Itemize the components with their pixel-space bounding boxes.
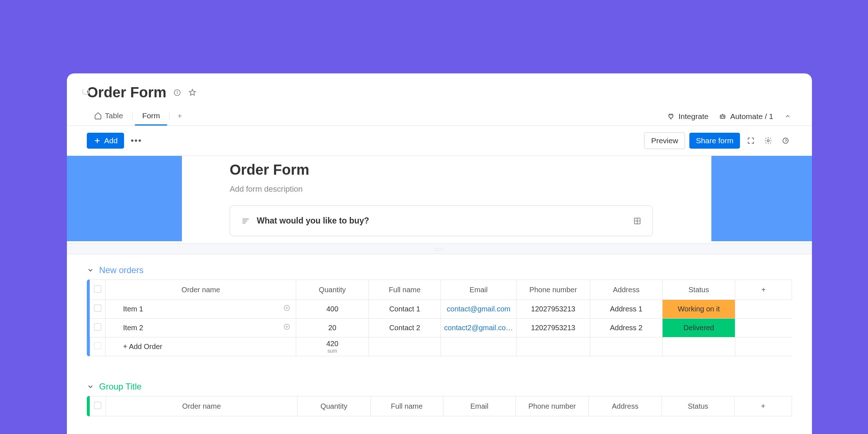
cell-empty — [735, 319, 792, 337]
col-address[interactable]: Address — [590, 280, 662, 300]
cell-quantity[interactable]: 400 — [296, 300, 369, 319]
cell-empty — [735, 300, 792, 319]
add-order-button[interactable]: + Add Order — [106, 337, 296, 356]
group-title[interactable]: New orders — [99, 265, 144, 275]
tab-divider — [132, 112, 133, 120]
cell-full-name[interactable]: Contact 2 — [369, 319, 441, 337]
robot-icon — [719, 112, 727, 120]
table-header-row: Order name Quantity Full name Email Phon… — [90, 280, 792, 300]
cell-phone[interactable]: 12027953213 — [516, 300, 590, 319]
col-phone[interactable]: Phone number — [516, 396, 589, 416]
grid-icon[interactable] — [633, 217, 642, 225]
board-header: Order Form — [67, 73, 812, 101]
text-icon — [241, 216, 250, 226]
refresh-icon[interactable] — [779, 134, 792, 147]
table-row[interactable]: Item 2 20 Contact 2 contact2@gmail.co… 1… — [90, 319, 792, 337]
cell-status[interactable]: Working on it — [663, 300, 735, 319]
col-full-name[interactable]: Full name — [369, 280, 441, 300]
col-phone[interactable]: Phone number — [516, 280, 590, 300]
col-address[interactable]: Address — [588, 396, 661, 416]
expand-icon[interactable] — [744, 134, 757, 147]
row-checkbox[interactable] — [90, 337, 106, 356]
loading-spinner — [82, 88, 89, 95]
select-all-checkbox[interactable] — [90, 396, 106, 416]
tab-form[interactable]: Form — [135, 107, 167, 125]
chat-icon[interactable] — [283, 323, 291, 333]
form-question[interactable]: What would you like to buy? — [230, 205, 653, 236]
group-title[interactable]: Group Title — [99, 382, 141, 392]
sum-cell: 420 sum — [296, 337, 369, 356]
col-status[interactable]: Status — [661, 396, 734, 416]
svg-point-2 — [177, 91, 178, 91]
cell-full-name[interactable]: Contact 1 — [369, 300, 441, 319]
plug-icon — [667, 112, 675, 120]
cell-name[interactable]: Item 1 — [106, 300, 296, 319]
view-tabs: Table Form + Integrate Automate / 1 — [67, 107, 812, 126]
col-quantity[interactable]: Quantity — [297, 396, 370, 416]
orders-table: Order name Quantity Full name Email Phon… — [90, 280, 792, 356]
app-window: Order Form Table Form + Integrate Automa… — [67, 73, 812, 434]
row-checkbox[interactable] — [90, 300, 106, 319]
table-row[interactable]: Item 1 400 Contact 1 contact@gmail.com 1… — [90, 300, 792, 319]
col-quantity[interactable]: Quantity — [296, 280, 369, 300]
form-banner-left — [67, 156, 182, 241]
more-options-button[interactable]: ••• — [131, 136, 142, 146]
table-header-row: Order name Quantity Full name Email Phon… — [90, 396, 792, 416]
group-color-bar — [87, 396, 90, 416]
add-column-button[interactable]: + — [735, 396, 792, 416]
tab-table[interactable]: Table — [87, 107, 130, 125]
col-full-name[interactable]: Full name — [370, 396, 443, 416]
tab-divider — [169, 112, 170, 120]
svg-point-4 — [721, 116, 722, 117]
col-email[interactable]: Email — [441, 280, 516, 300]
group-color-bar — [87, 280, 90, 356]
cell-email[interactable]: contact@gmail.com — [441, 300, 516, 319]
add-button[interactable]: Add — [87, 133, 124, 149]
integrate-button[interactable]: Integrate — [667, 112, 709, 121]
form-banner-right — [711, 156, 812, 241]
plus-icon — [93, 137, 101, 145]
form-description[interactable]: Add form description — [230, 184, 653, 194]
col-status[interactable]: Status — [663, 280, 735, 300]
chevron-down-icon[interactable] — [87, 383, 94, 390]
form-builder-area: Order Form Add form description What wou… — [67, 156, 812, 243]
home-icon — [94, 112, 102, 120]
gear-icon[interactable] — [762, 134, 775, 147]
group-table: Order name Quantity Full name Email Phon… — [90, 396, 792, 416]
add-column-button[interactable]: + — [735, 280, 792, 300]
toolbar: Add ••• Preview Share form — [67, 126, 812, 156]
collapse-icon[interactable] — [783, 112, 792, 121]
col-order-name[interactable]: Order name — [106, 280, 296, 300]
group-title-section: Group Title Order name Quantity Full nam… — [67, 371, 812, 416]
board-title[interactable]: Order Form — [87, 84, 166, 101]
row-checkbox[interactable] — [90, 319, 106, 337]
add-row: + Add Order 420 sum — [90, 337, 792, 356]
svg-point-9 — [767, 140, 769, 142]
add-view-button[interactable]: + — [172, 108, 188, 125]
share-form-button[interactable]: Share form — [689, 133, 740, 149]
cell-address[interactable]: Address 1 — [590, 300, 662, 319]
svg-point-5 — [723, 116, 724, 117]
svg-rect-3 — [720, 115, 725, 118]
form-title[interactable]: Order Form — [230, 162, 653, 178]
cell-name[interactable]: Item 2 — [106, 319, 296, 337]
info-icon[interactable] — [173, 88, 182, 97]
group-new-orders: New orders Order name Quantity Full name… — [67, 254, 812, 356]
col-email[interactable]: Email — [443, 396, 516, 416]
star-icon[interactable] — [188, 88, 197, 97]
cell-status[interactable]: Delivered — [663, 319, 735, 337]
cell-quantity[interactable]: 20 — [296, 319, 369, 337]
cell-email[interactable]: contact2@gmail.co… — [441, 319, 516, 337]
cell-phone[interactable]: 12027953213 — [516, 319, 590, 337]
resize-handle[interactable]: :::: — [67, 243, 812, 254]
automate-button[interactable]: Automate / 1 — [719, 112, 773, 121]
preview-button[interactable]: Preview — [644, 132, 685, 149]
chat-icon[interactable] — [283, 304, 291, 314]
svg-point-10 — [783, 138, 788, 144]
chevron-down-icon[interactable] — [87, 267, 94, 274]
cell-address[interactable]: Address 2 — [590, 319, 662, 337]
select-all-checkbox[interactable] — [90, 280, 106, 300]
col-order-name[interactable]: Order name — [106, 396, 297, 416]
